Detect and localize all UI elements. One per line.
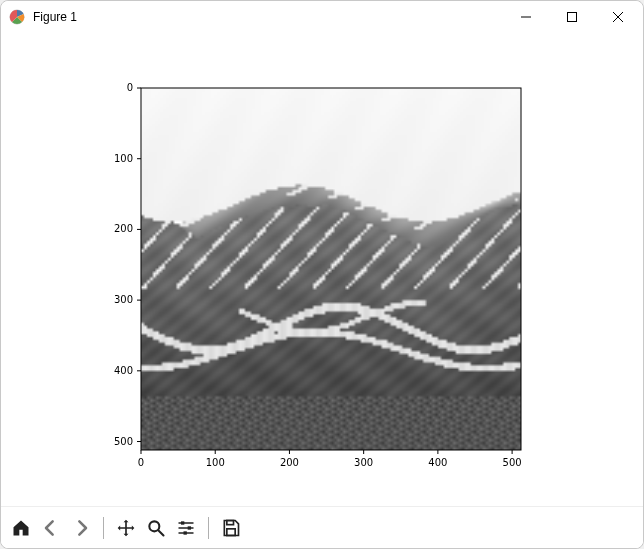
y-tick-label: 200 (114, 223, 133, 234)
toolbar-separator (208, 517, 209, 539)
figure-canvas[interactable]: 01002003004005000100200300400500 (1, 33, 643, 506)
svg-rect-7 (227, 528, 235, 535)
y-tick-label: 100 (114, 153, 133, 164)
titlebar[interactable]: Figure 1 (1, 1, 643, 33)
floppy-icon (221, 518, 241, 538)
home-button[interactable] (7, 514, 35, 542)
arrow-right-icon (71, 518, 91, 538)
x-tick-label: 400 (428, 457, 447, 468)
svg-rect-5 (184, 531, 187, 534)
zoom-button[interactable] (142, 514, 170, 542)
content-area: 01002003004005000100200300400500 (1, 33, 643, 548)
x-tick-label: 100 (206, 457, 225, 468)
y-tick-label: 400 (114, 365, 133, 376)
x-tick-label: 500 (503, 457, 522, 468)
pan-button[interactable] (112, 514, 140, 542)
figure-window: Figure 1 0100200300400500010020030040050… (0, 0, 644, 549)
x-tick-label: 300 (354, 457, 373, 468)
forward-button[interactable] (67, 514, 95, 542)
save-button[interactable] (217, 514, 245, 542)
window-title: Figure 1 (33, 10, 77, 24)
maximize-button[interactable] (549, 2, 595, 32)
x-tick-label: 0 (138, 457, 144, 468)
plot-svg: 01002003004005000100200300400500 (1, 33, 643, 507)
y-tick-label: 0 (127, 82, 133, 93)
sliders-icon (176, 518, 196, 538)
displayed-image (141, 88, 521, 450)
y-tick-label: 500 (114, 436, 133, 447)
close-button[interactable] (595, 2, 641, 32)
svg-rect-3 (181, 521, 184, 524)
matplotlib-icon (9, 9, 25, 25)
minimize-button[interactable] (503, 2, 549, 32)
home-icon (11, 518, 31, 538)
toolbar-separator (103, 517, 104, 539)
svg-rect-1 (568, 13, 577, 22)
arrow-left-icon (41, 518, 61, 538)
configure-subplots-button[interactable] (172, 514, 200, 542)
x-tick-label: 200 (280, 457, 299, 468)
nav-toolbar (1, 506, 643, 548)
back-button[interactable] (37, 514, 65, 542)
svg-rect-6 (227, 520, 234, 524)
move-icon (116, 518, 136, 538)
svg-rect-4 (188, 526, 191, 529)
y-tick-label: 300 (114, 294, 133, 305)
magnify-icon (146, 518, 166, 538)
